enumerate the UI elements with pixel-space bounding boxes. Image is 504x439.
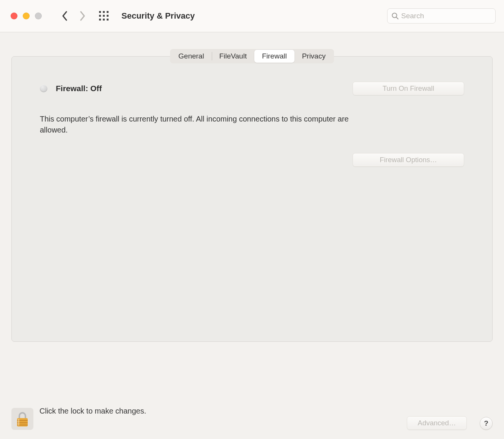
- tabs: General FileVault Firewall Privacy: [170, 49, 334, 63]
- search-field[interactable]: [387, 8, 496, 24]
- button-label: Advanced…: [418, 419, 456, 427]
- button-label: Turn On Firewall: [383, 84, 434, 93]
- svg-rect-8: [107, 19, 109, 21]
- firewall-options-button[interactable]: Firewall Options…: [353, 153, 464, 167]
- content-card: Firewall: Off Turn On Firewall This comp…: [11, 56, 493, 342]
- forward-button[interactable]: [75, 9, 90, 23]
- page-body: General FileVault Firewall Privacy Firew…: [0, 32, 504, 342]
- footer: Click the lock to make changes. Advanced…: [0, 393, 504, 439]
- minimize-window-button[interactable]: [23, 13, 30, 19]
- tab-label: Firewall: [262, 52, 287, 60]
- svg-rect-2: [107, 11, 109, 13]
- tab-filevault[interactable]: FileVault: [212, 50, 255, 63]
- grid-icon: [99, 11, 109, 21]
- back-button[interactable]: [58, 9, 72, 23]
- lock-hint: Click the lock to make changes.: [39, 407, 146, 415]
- window-controls: [11, 13, 42, 19]
- svg-rect-6: [99, 19, 101, 21]
- svg-rect-1: [103, 11, 105, 13]
- svg-rect-0: [99, 11, 101, 13]
- chevron-right-icon: [79, 11, 86, 21]
- svg-line-10: [396, 17, 398, 19]
- status-indicator-icon: [40, 85, 47, 92]
- svg-rect-3: [99, 15, 101, 17]
- tab-general[interactable]: General: [171, 50, 212, 63]
- lock-icon: [15, 411, 30, 427]
- svg-rect-5: [107, 15, 109, 17]
- turn-on-firewall-button[interactable]: Turn On Firewall: [353, 82, 464, 95]
- svg-rect-7: [103, 19, 105, 21]
- firewall-description: This computer’s firewall is currently tu…: [40, 114, 370, 136]
- tab-label: General: [178, 52, 204, 60]
- search-input[interactable]: [401, 12, 491, 20]
- search-icon: [391, 12, 399, 20]
- svg-rect-15: [18, 419, 19, 426]
- advanced-button[interactable]: Advanced…: [407, 416, 467, 430]
- lock-button[interactable]: [11, 408, 33, 430]
- tab-firewall[interactable]: Firewall: [254, 50, 294, 63]
- tab-privacy[interactable]: Privacy: [295, 50, 333, 63]
- titlebar: Security & Privacy: [0, 0, 504, 32]
- chevron-left-icon: [61, 11, 68, 21]
- tab-label: FileVault: [219, 52, 247, 60]
- button-label: Firewall Options…: [380, 156, 437, 164]
- help-button[interactable]: ?: [480, 417, 493, 430]
- show-all-button[interactable]: [96, 8, 112, 24]
- close-window-button[interactable]: [11, 13, 17, 19]
- zoom-window-button[interactable]: [35, 13, 42, 19]
- svg-rect-4: [103, 15, 105, 17]
- firewall-status-label: Firewall: Off: [56, 84, 102, 93]
- tab-label: Privacy: [302, 52, 326, 60]
- help-label: ?: [484, 419, 488, 428]
- page-title: Security & Privacy: [121, 11, 195, 21]
- firewall-status-row: Firewall: Off Turn On Firewall: [40, 82, 464, 95]
